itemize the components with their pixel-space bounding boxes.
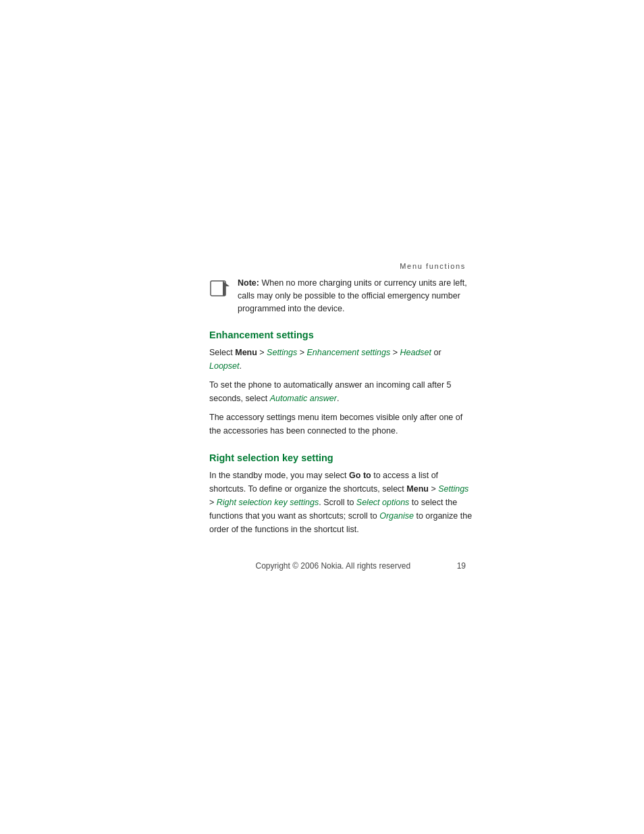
footer-page-number: 19 — [457, 561, 466, 571]
page: Menu functions Note: When no more chargi… — [0, 0, 644, 834]
section2-para1: In the standby mode, you may select Go t… — [209, 469, 473, 536]
section1-para3: The accessory settings menu item becomes… — [209, 411, 473, 438]
page-footer: Copyright © 2006 Nokia. All rights reser… — [209, 561, 473, 571]
select-options-link: Select options — [356, 498, 410, 507]
menu-link-2: Menu — [406, 484, 429, 494]
note-text: Note: When no more charging units or cur… — [238, 277, 473, 315]
section1-para2: To set the phone to automatically answer… — [209, 378, 473, 405]
section1-body: Select Menu > Settings > Enhancement set… — [209, 346, 473, 438]
note-bold: Note: — [238, 278, 259, 288]
section1-title: Enhancement settings — [209, 330, 473, 340]
headset-link: Headset — [400, 348, 431, 357]
right-selection-link: Right selection key settings — [217, 498, 319, 507]
section-enhancement-settings: Enhancement settings Select Menu > Setti… — [209, 330, 473, 438]
menu-link-1: Menu — [235, 348, 257, 357]
section1-para1: Select Menu > Settings > Enhancement set… — [209, 346, 473, 373]
settings-link-2: Settings — [438, 484, 468, 494]
enhancement-link: Enhancement settings — [307, 348, 391, 357]
section-right-selection-key: Right selection key setting In the stand… — [209, 452, 473, 536]
note-body: When no more charging units or currency … — [238, 278, 467, 313]
footer-copyright: Copyright © 2006 Nokia. All rights reser… — [209, 561, 457, 571]
section2-body: In the standby mode, you may select Go t… — [209, 469, 473, 536]
note-block: Note: When no more charging units or cur… — [209, 277, 473, 315]
section2-title: Right selection key setting — [209, 452, 473, 463]
loopset-link: Loopset — [209, 361, 239, 371]
note-icon — [209, 278, 231, 300]
automatic-answer-link: Automatic answer — [270, 394, 337, 403]
content-area: Note: When no more charging units or cur… — [209, 263, 473, 543]
svg-marker-1 — [223, 281, 230, 296]
goto-link: Go to — [349, 471, 371, 480]
organise-link: Organise — [379, 511, 414, 521]
settings-link-1: Settings — [267, 348, 297, 357]
